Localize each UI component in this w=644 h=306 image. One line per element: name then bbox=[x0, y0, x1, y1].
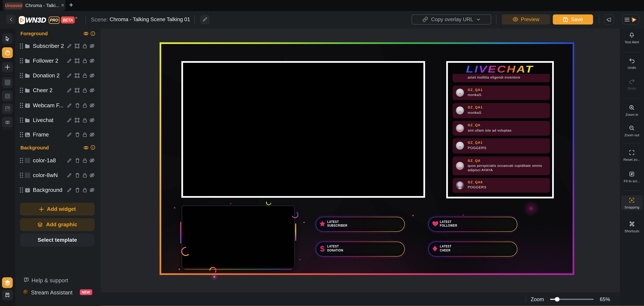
svg-text:r: r bbox=[8, 96, 8, 98]
